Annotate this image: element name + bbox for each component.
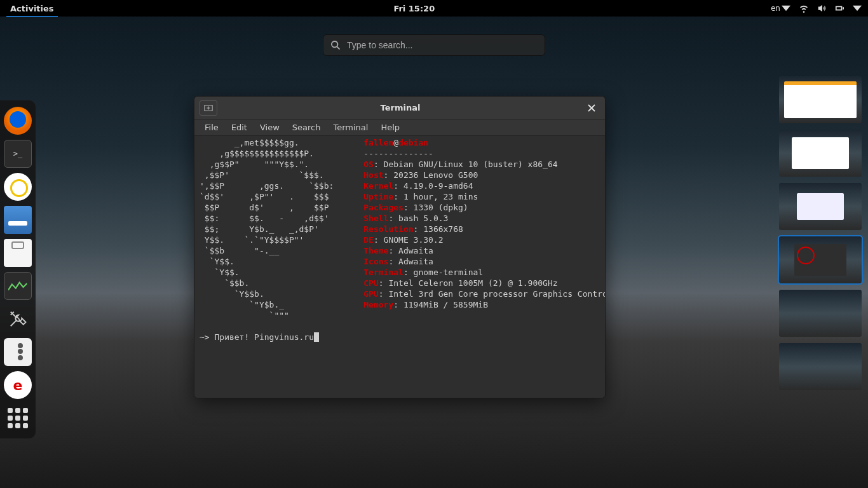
dash-clipboard[interactable] <box>4 239 32 267</box>
dash-firefox[interactable] <box>4 107 32 135</box>
workspace-3[interactable] <box>779 183 862 230</box>
top-panel: Activities Fri 15:20 en <box>0 0 868 17</box>
overview-search[interactable] <box>323 34 545 56</box>
keyboard-layout-indicator[interactable]: en <box>771 4 790 13</box>
window-title: Terminal <box>381 103 421 112</box>
workspace-switcher <box>773 70 868 396</box>
dash-document-reader[interactable]: e <box>4 371 32 399</box>
workspace-4[interactable] <box>779 236 862 283</box>
clock[interactable]: Fri 15:20 <box>393 4 435 13</box>
activities-button[interactable]: Activities <box>6 2 58 15</box>
workspace-5[interactable] <box>779 290 862 337</box>
workspace-2[interactable] <box>779 130 862 177</box>
workspace-1[interactable] <box>779 76 862 123</box>
dash-settings-tools[interactable] <box>4 305 32 333</box>
close-button[interactable] <box>583 100 600 116</box>
dash-disks[interactable] <box>4 173 32 201</box>
dash-system-monitor[interactable] <box>4 272 32 300</box>
dash-terminal[interactable] <box>4 140 32 168</box>
battery-icon[interactable] <box>835 4 844 13</box>
dash-files[interactable] <box>4 206 32 234</box>
system-menu-arrow-icon[interactable] <box>853 4 862 13</box>
network-icon[interactable] <box>799 4 808 13</box>
titlebar[interactable]: Terminal <box>194 97 605 119</box>
menu-terminal[interactable]: Terminal <box>328 121 373 133</box>
volume-icon[interactable] <box>817 4 826 13</box>
menu-edit[interactable]: Edit <box>226 121 252 133</box>
search-icon <box>331 41 341 50</box>
new-tab-button[interactable] <box>200 100 217 116</box>
menu-file[interactable]: File <box>200 121 224 133</box>
menu-help[interactable]: Help <box>376 121 405 133</box>
dash-show-applications[interactable] <box>4 404 32 432</box>
dash: e <box>0 100 36 438</box>
menubar: File Edit View Search Terminal Help <box>194 119 605 136</box>
terminal-window: Terminal File Edit View Search Terminal … <box>194 96 606 398</box>
search-input[interactable] <box>347 40 537 50</box>
workspace-6[interactable] <box>779 343 862 390</box>
menu-search[interactable]: Search <box>287 121 326 133</box>
terminal-output[interactable]: _,met$$$$$gg. fallen@debian ,g$$$$$$$$$$… <box>194 136 605 398</box>
menu-view[interactable]: View <box>255 121 285 133</box>
dash-tweaks[interactable] <box>4 338 32 366</box>
